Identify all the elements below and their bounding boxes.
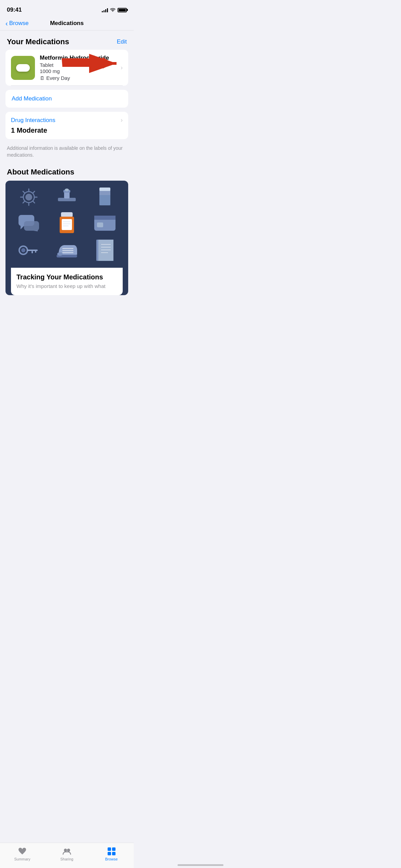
- svg-point-38: [21, 248, 25, 252]
- back-button[interactable]: ‹ Browse: [5, 20, 28, 27]
- tracking-card-title: Tracking Your Medications: [16, 273, 117, 281]
- book-illustration: [89, 240, 121, 261]
- svg-rect-35: [27, 250, 38, 251]
- svg-rect-36: [32, 251, 33, 253]
- medication-type: Tablet: [40, 62, 116, 68]
- back-label: Browse: [9, 20, 29, 27]
- your-medications-title: Your Medications: [7, 37, 69, 46]
- pill-surface-illustration: [50, 188, 83, 206]
- medication-frequency: Every Day: [46, 75, 70, 81]
- medication-name: Metformin Hydrochloride: [40, 55, 116, 61]
- svg-rect-27: [62, 219, 72, 230]
- medication-dose: 1000 mg: [40, 68, 116, 74]
- svg-line-10: [23, 191, 25, 193]
- add-medication-label: Add Medication: [12, 95, 52, 102]
- back-arrow-icon: ‹: [5, 20, 8, 27]
- svg-line-13: [23, 201, 25, 203]
- signal-icon: [102, 8, 108, 12]
- edit-button[interactable]: Edit: [117, 38, 127, 45]
- calendar-icon: 🗓: [40, 75, 45, 81]
- medication-thumbnail: [11, 56, 35, 80]
- svg-point-0: [112, 11, 113, 12]
- medication-item[interactable]: Metformin Hydrochloride Tablet 1000 mg 🗓…: [5, 50, 128, 86]
- svg-point-43: [57, 252, 63, 256]
- medication-info: Metformin Hydrochloride Tablet 1000 mg 🗓…: [40, 55, 116, 81]
- key-illustration: [12, 243, 45, 258]
- nav-bar: ‹ Browse Medications: [0, 17, 134, 31]
- svg-rect-20: [99, 195, 110, 205]
- medication-schedule: 🗓 Every Day: [40, 75, 116, 81]
- svg-rect-32: [94, 216, 116, 220]
- chat-bubbles-illustration: [12, 214, 45, 232]
- main-content: Your Medications Edit Metformin Hydrochl…: [0, 31, 134, 323]
- svg-rect-37: [35, 251, 36, 253]
- medication-card: Metformin Hydrochloride Tablet 1000 mg 🗓…: [5, 50, 128, 86]
- water-glass-illustration: [89, 188, 121, 207]
- svg-line-11: [33, 201, 35, 203]
- chevron-right-icon: ›: [121, 64, 123, 71]
- drug-interactions-chevron: ›: [121, 117, 123, 124]
- sun-illustration: [12, 188, 45, 207]
- svg-rect-25: [61, 212, 73, 217]
- status-bar: 09:41: [0, 0, 134, 17]
- tracking-card-desc: Why it's important to keep up with what: [16, 282, 117, 290]
- about-medications-title: About Medications: [0, 164, 134, 181]
- drug-interactions-link[interactable]: Drug Interactions: [11, 117, 55, 124]
- drug-interactions-card[interactable]: Drug Interactions › 1 Moderate: [5, 112, 128, 139]
- your-medications-header: Your Medications Edit: [0, 31, 134, 50]
- illustration-grid: [5, 181, 128, 268]
- info-text: Additional information is available on t…: [0, 142, 134, 164]
- card-illustration: [89, 216, 121, 231]
- tracking-card[interactable]: Tracking Your Medications Why it's impor…: [11, 268, 123, 295]
- battery-icon: [118, 8, 127, 12]
- drug-interactions-count: 1 Moderate: [11, 126, 123, 134]
- pill-icon: [16, 64, 30, 72]
- rx-bottle-illustration: [50, 212, 83, 234]
- drug-interactions-header: Drug Interactions ›: [11, 117, 123, 124]
- svg-point-17: [65, 189, 69, 191]
- svg-rect-23: [24, 221, 39, 231]
- status-time: 09:41: [7, 7, 22, 13]
- svg-rect-33: [97, 222, 103, 227]
- add-medication-button[interactable]: Add Medication: [5, 90, 128, 108]
- shoe-illustration: [50, 242, 83, 258]
- about-medications-illustration[interactable]: Tracking Your Medications Why it's impor…: [5, 181, 128, 295]
- page-title: Medications: [50, 20, 84, 27]
- status-icons: [102, 7, 127, 13]
- add-medication-card[interactable]: Add Medication: [5, 90, 128, 108]
- svg-line-12: [33, 191, 35, 193]
- svg-point-5: [25, 194, 32, 201]
- svg-rect-19: [99, 188, 110, 191]
- wifi-icon: [110, 7, 116, 13]
